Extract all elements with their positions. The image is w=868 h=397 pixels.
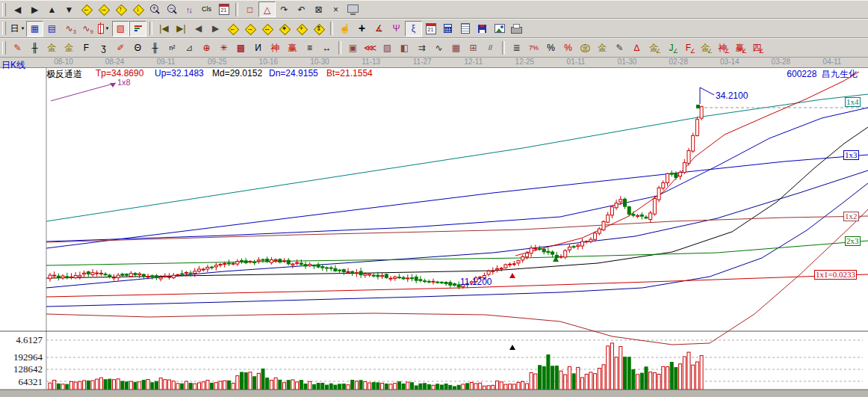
grid-arrow-button[interactable]: ⊞ bbox=[465, 40, 482, 56]
diamond-up-button[interactable]: ↑ bbox=[112, 1, 129, 17]
pattern-tool-button[interactable]: Ψ bbox=[388, 21, 405, 37]
gold-angle-button[interactable]: 金∠ bbox=[645, 40, 663, 56]
cycle9-button[interactable]: ∿9 bbox=[78, 21, 95, 37]
percent-lines-button[interactable]: % bbox=[559, 40, 577, 56]
kline-red-button[interactable]: ▧ bbox=[112, 21, 129, 37]
gann-circle-button[interactable]: ⊕ bbox=[198, 40, 215, 56]
grid-button[interactable]: ▦ bbox=[447, 40, 465, 56]
angle-tool-button[interactable]: ∡ bbox=[371, 21, 388, 37]
cycle3-button[interactable]: ∿3 bbox=[61, 21, 78, 37]
scroll-left-button[interactable]: ◀ bbox=[9, 1, 26, 17]
multiwindow-button[interactable]: ▦ bbox=[26, 21, 43, 37]
last-bar-button[interactable]: ▶| bbox=[173, 21, 190, 37]
boxed-x-button[interactable]: ⊠ bbox=[310, 1, 327, 17]
shen-angle-button[interactable]: 神∠ bbox=[714, 40, 731, 56]
annotation-label: 1x4 bbox=[845, 97, 861, 107]
box-rays-button[interactable]: ◧ bbox=[396, 40, 413, 56]
candle-style-dropdown[interactable]: ▼ bbox=[95, 21, 112, 37]
ying-angle-button[interactable]: 赢∠ bbox=[731, 40, 748, 56]
n-square-button[interactable]: n² bbox=[164, 40, 181, 56]
toolbar-grip[interactable] bbox=[2, 41, 6, 55]
pen-ruler-button[interactable]: ✐ bbox=[112, 40, 129, 56]
volume-axis-label: 192964 bbox=[0, 352, 43, 362]
four-angle-button[interactable]: 四∠ bbox=[748, 40, 766, 56]
wave-count-button[interactable]: И bbox=[249, 40, 267, 56]
calculator-button[interactable] bbox=[439, 21, 456, 37]
color-chart-button[interactable] bbox=[129, 21, 146, 37]
j-angle-button[interactable]: J∠ bbox=[663, 40, 680, 56]
bottom-scrollbar[interactable] bbox=[0, 390, 868, 397]
calendar-button[interactable]: 21 bbox=[215, 1, 232, 17]
date-axis[interactable]: 08-1008-2409-1109-2510-1610-3011-1311-27… bbox=[0, 58, 868, 68]
scroll-right-button[interactable]: ▶ bbox=[26, 1, 43, 17]
gold-angle2-button[interactable]: 金∠ bbox=[697, 40, 714, 56]
ying-tool-button[interactable]: 赢 bbox=[284, 40, 301, 56]
page-up-button[interactable]: ▲ bbox=[43, 1, 61, 17]
period-day-dropdown[interactable]: 日▼ bbox=[9, 21, 26, 37]
diamond-right2-button[interactable]: → bbox=[241, 21, 258, 37]
spider-web-button[interactable]: ✳ bbox=[215, 40, 232, 56]
tick-ruler-button[interactable]: ╫ bbox=[146, 40, 164, 56]
price-steps-button[interactable]: ≣ bbox=[508, 40, 525, 56]
next-bar-button[interactable]: ▶ bbox=[207, 21, 224, 37]
info-panel-button[interactable]: ▤ bbox=[43, 21, 61, 37]
golden-grid-button[interactable]: 金 bbox=[43, 40, 61, 56]
diamond-left-button[interactable]: ← bbox=[78, 1, 95, 17]
mirror-angle-button[interactable]: ⊿ bbox=[181, 40, 198, 56]
print-button[interactable] bbox=[508, 21, 525, 37]
first-bar-button[interactable]: |◀ bbox=[155, 21, 173, 37]
draw-rect-button[interactable]: □ bbox=[241, 1, 258, 17]
pen2-button[interactable]: ✎ bbox=[611, 40, 628, 56]
spiral-button[interactable]: ʒ bbox=[95, 40, 112, 56]
diamond-right-button[interactable]: → bbox=[95, 1, 112, 17]
toolbar-grip[interactable] bbox=[2, 3, 6, 16]
diamond-left2-button[interactable]: ← bbox=[224, 21, 241, 37]
prev-bar-button[interactable]: ◀ bbox=[190, 21, 207, 37]
ruler-123-button[interactable]: ≡ bbox=[301, 40, 318, 56]
collapse-button[interactable]: × bbox=[327, 1, 344, 17]
rotate-ccw-button[interactable]: ↶ bbox=[293, 1, 310, 17]
diamond-compress-button[interactable]: ✶ bbox=[276, 21, 293, 37]
cls-button[interactable]: Cls bbox=[198, 1, 215, 17]
golden-grid2-button[interactable]: 金 bbox=[61, 40, 78, 56]
hand-tool-button[interactable]: ☝ bbox=[336, 21, 353, 37]
toolbar-grip[interactable] bbox=[2, 22, 6, 35]
notepad-button[interactable] bbox=[456, 21, 474, 37]
shen-tool-button[interactable]: 神 bbox=[267, 40, 284, 56]
smart-tool-button[interactable]: ξ bbox=[405, 21, 422, 37]
diamond-hspan-button[interactable]: ↔ bbox=[258, 21, 276, 37]
chart-canvas[interactable] bbox=[0, 58, 868, 397]
speed-resistance-button[interactable]: ∆ bbox=[628, 40, 645, 56]
gold-lines-button[interactable]: 金 bbox=[594, 40, 611, 56]
save-button[interactable] bbox=[474, 21, 491, 37]
gann-ticks-button[interactable]: ╫ bbox=[26, 40, 43, 56]
pen-tool-button[interactable]: ✎ bbox=[9, 40, 26, 56]
page-down-button[interactable]: ▼ bbox=[61, 1, 78, 17]
fibonacci-button[interactable]: F bbox=[78, 40, 95, 56]
export-image-button[interactable] bbox=[491, 21, 508, 37]
rect-handles-button[interactable]: ▣ bbox=[344, 40, 362, 56]
diamond-down-button[interactable]: ↓ bbox=[129, 1, 146, 17]
time-cycle-button[interactable]: Θ bbox=[129, 40, 146, 56]
price-updown-button[interactable]: ↑↓ bbox=[181, 1, 198, 17]
boxed-web-button[interactable]: ▩ bbox=[232, 40, 249, 56]
parallel-lines-button[interactable]: // bbox=[482, 40, 499, 56]
screen-button[interactable] bbox=[344, 1, 362, 17]
percent7-button[interactable]: 7% bbox=[525, 40, 542, 56]
diamond-vspan-button[interactable]: ⇕ bbox=[310, 21, 327, 37]
gold-circle-button[interactable]: 金 bbox=[577, 40, 594, 56]
f-angle-button[interactable]: F∠ bbox=[680, 40, 697, 56]
gann-box-button[interactable]: ▨ bbox=[379, 40, 396, 56]
crosshair-button[interactable]: + bbox=[353, 21, 371, 37]
ray-fan-button[interactable]: ⋘ bbox=[362, 40, 379, 56]
zigzag-button[interactable]: ∿ bbox=[430, 40, 447, 56]
zoom-in-button[interactable]: + bbox=[146, 1, 164, 17]
zoom-out-button[interactable]: − bbox=[164, 1, 181, 17]
rotate-cw-button[interactable]: ↷ bbox=[276, 1, 293, 17]
draw-triangle-button[interactable]: △ bbox=[258, 1, 276, 17]
h-measure-button[interactable]: ↔ bbox=[318, 40, 335, 56]
calendar2-button[interactable]: 21 bbox=[422, 21, 439, 37]
percent-button[interactable]: % bbox=[542, 40, 559, 56]
arrow-fan-button[interactable]: ⇉ bbox=[413, 40, 430, 56]
diamond-cross-button[interactable]: + bbox=[293, 21, 310, 37]
